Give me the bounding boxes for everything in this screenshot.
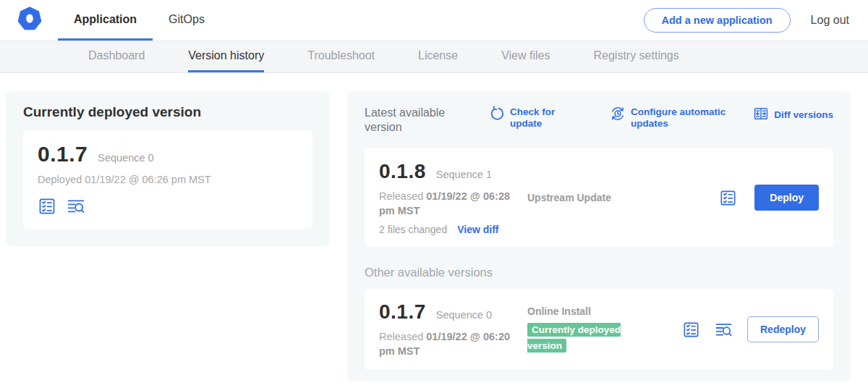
tab-application-label: Application	[74, 13, 137, 26]
config-checklist-icon[interactable]	[682, 321, 700, 339]
other-version-number: 0.1.7	[379, 300, 426, 324]
latest-version-actions: Deploy	[719, 185, 819, 211]
clock-refresh-icon	[610, 106, 626, 125]
refresh-icon	[489, 106, 505, 125]
view-logs-icon[interactable]	[67, 197, 85, 216]
diff-icon	[753, 106, 769, 125]
view-logs-icon[interactable]	[715, 321, 733, 339]
released-prefix: Released	[379, 190, 423, 202]
redeploy-button[interactable]: Redeploy	[747, 316, 819, 342]
subnav-dashboard-label: Dashboard	[88, 49, 145, 62]
released-prefix: Released	[379, 331, 423, 342]
tab-application[interactable]: Application	[58, 0, 153, 41]
other-version-info: 0.1.7 Sequence 0 Released 01/19/22 @ 06:…	[379, 300, 527, 358]
config-checklist-icon[interactable]	[38, 197, 56, 216]
deployed-sequence-label: Sequence 0	[98, 152, 153, 164]
config-checklist-icon[interactable]	[719, 189, 737, 207]
latest-sequence-label: Sequence 1	[436, 169, 492, 180]
subnav-registry-settings-label: Registry settings	[593, 49, 678, 62]
subnav-item-view-files[interactable]: View files	[501, 41, 550, 72]
latest-version-info: 0.1.8 Sequence 1 Released 01/19/22 @ 06:…	[379, 160, 527, 235]
latest-version-source: Upstream Update	[527, 192, 719, 203]
app-logo	[0, 0, 58, 41]
other-versions-title: Other available versions	[365, 266, 833, 279]
deployed-date: Deployed 01/19/22 @ 06:26 pm MST	[38, 173, 298, 187]
currently-deployed-panel: Currently deployed version 0.1.7 Sequenc…	[6, 91, 330, 246]
available-versions-panel: Latest available version Check for updat…	[347, 91, 851, 381]
top-tabs: Application GitOps	[58, 0, 221, 41]
subnav-license-label: License	[418, 49, 458, 62]
top-nav: Application GitOps Add a new application…	[0, 0, 868, 41]
deploy-button[interactable]: Deploy	[754, 185, 819, 211]
subnav-item-troubleshoot[interactable]: Troubleshoot	[307, 41, 375, 72]
other-version-source-block: Online Install Currently deployed versio…	[527, 305, 682, 354]
replicated-heptagon-logo-icon	[17, 7, 42, 34]
top-nav-right: Add a new application Log out	[644, 0, 868, 41]
subnav-version-history-label: Version history	[188, 49, 264, 62]
add-application-button[interactable]: Add a new application	[644, 8, 791, 33]
diff-versions-label: Diff versions	[774, 109, 833, 121]
app-subnav: Dashboard Version history Troubleshoot L…	[0, 41, 868, 73]
check-for-update-label: Check for update	[510, 106, 562, 130]
available-panel-title: Latest available version	[365, 106, 457, 135]
deployed-panel-title: Currently deployed version	[23, 104, 312, 120]
currently-deployed-badge-wrap: Currently deployed version	[527, 322, 644, 354]
subnav-troubleshoot-label: Troubleshoot	[307, 49, 375, 62]
subnav-item-registry-settings[interactable]: Registry settings	[593, 41, 678, 72]
subnav-item-version-history[interactable]: Version history	[188, 41, 264, 72]
configure-automatic-updates-label: Configure automatic updates	[631, 106, 732, 130]
view-diff-link[interactable]: View diff	[457, 224, 498, 235]
deployed-version-number: 0.1.7	[38, 142, 88, 166]
diff-versions-button[interactable]: Diff versions	[753, 106, 833, 125]
check-for-update-button[interactable]: Check for update	[489, 106, 562, 130]
configure-automatic-updates-button[interactable]: Configure automatic updates	[610, 106, 732, 130]
deployed-version-card: 0.1.7 Sequence 0 Deployed 01/19/22 @ 06:…	[23, 130, 312, 229]
logout-link[interactable]: Log out	[811, 14, 849, 27]
available-panel-header: Latest available version Check for updat…	[365, 106, 833, 135]
latest-version-number: 0.1.8	[379, 160, 426, 183]
subnav-item-license[interactable]: License	[418, 41, 458, 72]
tab-gitops[interactable]: GitOps	[153, 0, 221, 41]
other-version-source: Online Install	[527, 305, 682, 317]
content-area: Currently deployed version 0.1.7 Sequenc…	[0, 73, 868, 381]
other-version-actions: Redeploy	[682, 316, 819, 342]
currently-deployed-badge: Currently deployed version	[527, 323, 621, 353]
latest-released-date: Released 01/19/22 @ 06:28 pm MST	[379, 190, 527, 218]
subnav-view-files-label: View files	[501, 49, 550, 62]
other-version-card: 0.1.7 Sequence 0 Released 01/19/22 @ 06:…	[365, 289, 833, 370]
other-released-date: Released 01/19/22 @ 06:20 pm MST	[379, 330, 527, 358]
files-changed-label: 2 files changed	[379, 224, 447, 235]
tab-gitops-label: GitOps	[169, 13, 205, 26]
other-sequence-label: Sequence 0	[436, 309, 492, 321]
latest-version-card: 0.1.8 Sequence 1 Released 01/19/22 @ 06:…	[365, 148, 833, 247]
subnav-item-dashboard[interactable]: Dashboard	[88, 41, 145, 72]
